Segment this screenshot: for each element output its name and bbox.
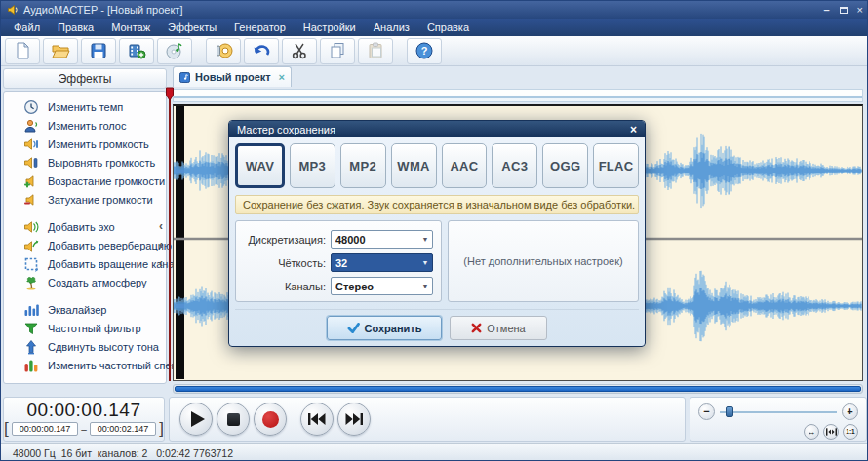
new-file-button[interactable] <box>5 38 40 64</box>
dialog-close-icon[interactable]: × <box>630 124 637 135</box>
effects-panel-header[interactable]: Эффекты <box>3 68 167 89</box>
sidebar-item-change-voice[interactable]: Изменить голос <box>4 116 166 134</box>
scrollbar-thumb[interactable] <box>175 386 861 392</box>
note-icon <box>179 72 190 83</box>
bit-depth-select[interactable]: 32 ▼ <box>331 253 433 272</box>
undo-button[interactable] <box>244 38 279 64</box>
sidebar-item-frequency-filter[interactable]: Частотный фильтр <box>4 319 166 337</box>
format-mp2-button[interactable]: MP2 <box>340 143 386 188</box>
selection-band[interactable] <box>176 106 184 379</box>
voice-icon <box>23 118 39 134</box>
help-button[interactable]: ? <box>407 38 442 64</box>
skip-forward-icon <box>345 413 363 425</box>
selection-end-field[interactable]: 00:00:02.147 <box>90 422 156 436</box>
horizontal-scrollbar[interactable] <box>173 384 863 394</box>
sidebar-item-change-spectrum[interactable]: Изменить частотный спектр <box>4 356 166 374</box>
format-mp3-button[interactable]: MP3 <box>290 143 335 188</box>
import-video-icon <box>127 41 146 60</box>
actual-size-button[interactable]: 1:1 <box>843 424 858 440</box>
extra-settings-panel: (Нет дополнительных настроек) <box>448 220 639 302</box>
menu-montage[interactable]: Монтаж <box>102 19 159 36</box>
save-button[interactable] <box>81 38 116 64</box>
fade-in-icon <box>23 173 39 189</box>
save-wizard-dialog: Мастер сохранения × WAV MP3 MP2 WMA AAC … <box>228 120 646 347</box>
sidebar-item-fade-in[interactable]: Возрастание громкости <box>4 172 166 190</box>
skip-back-button[interactable] <box>300 403 334 436</box>
title-bar: АудиоМАСТЕР - [Новый проект] – × <box>1 1 868 19</box>
sidebar-item-pitch-shift[interactable]: Сдвинуть высоту тона <box>4 337 166 356</box>
copy-button[interactable] <box>320 38 355 64</box>
stop-button[interactable] <box>217 403 250 436</box>
menu-effects[interactable]: Эффекты <box>159 19 225 36</box>
effects-panel-title: Эффекты <box>59 72 112 86</box>
menu-help[interactable]: Справка <box>418 19 478 36</box>
save-confirm-button[interactable]: Сохранить <box>327 316 442 340</box>
zoom-slider-track[interactable] <box>720 411 837 413</box>
timeline-ruler[interactable] <box>173 89 863 102</box>
pitch-icon <box>23 339 39 355</box>
menu-file[interactable]: Файл <box>5 19 49 36</box>
cut-button[interactable] <box>282 38 317 64</box>
save-icon <box>89 41 108 60</box>
sidebar-item-add-echo[interactable]: Добавить эхо ‹ <box>4 217 166 236</box>
tab-close-icon[interactable]: × <box>279 71 285 83</box>
open-file-button[interactable] <box>43 38 78 64</box>
menu-settings[interactable]: Настройки <box>295 19 365 36</box>
tab-bar: Новый проект × <box>171 66 867 87</box>
sidebar-item-normalize-volume[interactable]: Выровнять громкость <box>4 153 166 172</box>
import-video-button[interactable] <box>119 38 154 64</box>
sample-rate-select[interactable]: 48000 ▼ <box>331 230 433 249</box>
checkmark-icon <box>347 323 360 333</box>
zoom-in-button[interactable]: + <box>842 403 858 420</box>
menu-analysis[interactable]: Анализ <box>365 19 418 36</box>
sidebar-item-fade-out[interactable]: Затухание громкости <box>4 190 166 209</box>
effects-list: Изменить темп Изменить голос Изменить гр… <box>3 91 167 384</box>
close-button[interactable]: × <box>857 5 863 15</box>
sidebar-item-change-tempo[interactable]: Изменить темп <box>4 97 166 116</box>
rotate-icon <box>23 256 39 272</box>
paste-button[interactable] <box>358 38 393 64</box>
format-ogg-button[interactable]: OGG <box>542 143 588 188</box>
minimize-button[interactable]: – <box>823 5 829 15</box>
skip-forward-button[interactable] <box>337 403 371 436</box>
cd-audio-icon <box>165 41 184 60</box>
sidebar-item-add-reverb[interactable]: Добавить реверберацию ‹ <box>4 236 166 254</box>
channels-label: Каналы: <box>236 281 326 292</box>
format-aac-button[interactable]: AAC <box>442 143 488 188</box>
format-ac3-button[interactable]: AC3 <box>492 143 537 188</box>
chevron-down-icon: ▼ <box>418 283 432 289</box>
cancel-button[interactable]: Отмена <box>450 316 547 340</box>
fit-width-button[interactable]: ↔ <box>804 424 819 440</box>
playhead-pin-icon[interactable] <box>164 87 176 101</box>
selection-start-field[interactable]: 00:00:00.147 <box>12 422 78 436</box>
app-logo-icon <box>7 4 19 16</box>
reverb-icon <box>23 238 39 253</box>
playhead-line <box>169 93 171 381</box>
record-button[interactable] <box>254 403 287 436</box>
sidebar-item-create-atmosphere[interactable]: Создать атмосферу <box>4 273 166 291</box>
sidebar-item-equalizer[interactable]: Эквалайзер <box>4 300 166 319</box>
tab-new-project[interactable]: Новый проект × <box>173 66 292 87</box>
restore-button[interactable] <box>840 7 848 14</box>
menu-edit[interactable]: Правка <box>49 19 102 36</box>
window-title: АудиоМАСТЕР - [Новый проект] <box>23 4 182 16</box>
cd-audio-button[interactable] <box>157 38 192 64</box>
chevron-left-icon[interactable]: ‹ <box>159 238 163 251</box>
format-wav-button[interactable]: WAV <box>235 143 285 188</box>
format-flac-button[interactable]: FLAC <box>593 143 639 188</box>
channels-select[interactable]: Стерео ▼ <box>331 277 433 295</box>
play-icon <box>191 411 205 427</box>
play-button[interactable] <box>179 403 213 436</box>
zoom-slider-handle[interactable] <box>726 406 733 417</box>
current-time-display: 00:00:00.147 <box>4 400 164 421</box>
record-source-button[interactable] <box>206 38 241 64</box>
zoom-out-button[interactable]: − <box>698 403 715 420</box>
menu-generator[interactable]: Генератор <box>225 19 295 36</box>
chevron-left-icon[interactable]: ‹ <box>159 219 163 233</box>
format-wma-button[interactable]: WMA <box>391 143 437 188</box>
sidebar-item-add-channel-rotation[interactable]: Добавить вращение каналов ‹ <box>4 254 166 273</box>
sidebar-item-change-volume[interactable]: Изменить громкость <box>4 134 166 153</box>
chevron-left-icon[interactable]: ‹ <box>159 256 163 270</box>
fit-selection-button[interactable] <box>823 424 839 440</box>
dialog-title-bar[interactable]: Мастер сохранения × <box>229 121 645 137</box>
